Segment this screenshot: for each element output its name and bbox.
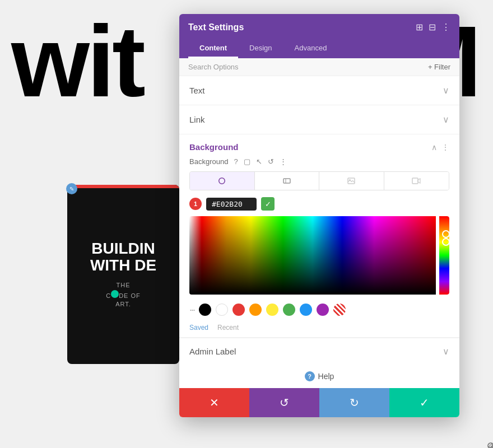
bg-control-label: Background	[189, 157, 228, 166]
panel-header: Text Settings ⊞ ⊟ ⋮ Content Design Advan…	[179, 14, 459, 58]
cancel-button[interactable]: ✕	[179, 388, 249, 417]
bg-type-gradient[interactable]	[255, 172, 320, 190]
background-title: Background	[189, 142, 239, 152]
color-hex-input[interactable]	[206, 198, 257, 211]
resize-handle[interactable]	[482, 437, 493, 448]
panel-title: Text Settings	[188, 22, 244, 32]
hue-cursor-2[interactable]	[442, 238, 449, 246]
background-type-tabs	[189, 171, 449, 190]
color-swatches: ···	[179, 301, 459, 323]
text-chevron-icon: ∨	[443, 85, 449, 96]
svg-point-5	[487, 442, 493, 448]
panel-title-row: Text Settings ⊞ ⊟ ⋮	[188, 22, 450, 32]
text-section[interactable]: Text ∨	[179, 76, 459, 105]
swatch-yellow[interactable]	[266, 304, 278, 316]
help-row: ? Help	[179, 365, 459, 388]
admin-label-row[interactable]: Admin Label ∨	[179, 338, 459, 365]
swatch-striped[interactable]	[333, 304, 346, 316]
panel-header-icons: ⊞ ⊟ ⋮	[416, 22, 450, 32]
bg-card-bar	[67, 185, 179, 188]
tab-advanced[interactable]: Advanced	[283, 39, 338, 58]
background-controls: Background ? ▢ ↖ ↺ ⋮	[179, 157, 459, 171]
save-button[interactable]: ✓	[389, 388, 459, 417]
text-settings-panel: Text Settings ⊞ ⊟ ⋮ Content Design Advan…	[179, 14, 459, 417]
bg-type-image[interactable]	[319, 172, 384, 190]
swatch-purple[interactable]	[317, 304, 329, 316]
search-bar: Search Options + Filter	[179, 58, 459, 76]
bg-help-icon[interactable]: ?	[234, 157, 238, 166]
swatch-green[interactable]	[283, 304, 295, 316]
bg-card: BUILDINWITH DE THECDE OFART.	[67, 185, 179, 364]
bg-square-icon[interactable]: ▢	[244, 157, 250, 166]
background-section-icons: ∧ ⋮	[431, 143, 449, 152]
bg-reset-icon[interactable]: ↺	[268, 157, 274, 166]
swatch-recent-tab[interactable]: Recent	[217, 324, 239, 332]
background-collapse-icon[interactable]: ∧	[431, 143, 437, 152]
swatch-tabs: Saved Recent	[179, 323, 459, 337]
swatch-orange[interactable]	[249, 304, 262, 316]
color-picker-hue-bar[interactable]	[439, 216, 449, 295]
background-section: Background ∧ ⋮ Background ? ▢ ↖ ↺ ⋮	[179, 134, 459, 338]
bg-type-color[interactable]	[190, 172, 255, 190]
action-bar: ✕ ↺ ↻ ✓	[179, 388, 459, 417]
link-section[interactable]: Link ∨	[179, 105, 459, 134]
panel-expand-icon[interactable]: ⊞	[416, 22, 423, 32]
tab-design[interactable]: Design	[238, 39, 283, 58]
bg-options-icon[interactable]: ⋮	[280, 157, 287, 166]
panel-tabs: Content Design Advanced	[188, 39, 450, 58]
color-hex-confirm[interactable]: ✓	[261, 197, 275, 211]
text-label: Text	[189, 86, 205, 95]
color-picker-gradient	[189, 216, 436, 295]
panel-split-icon[interactable]: ⊟	[429, 22, 436, 32]
search-options-label: Search Options	[188, 63, 239, 71]
link-label: Link	[189, 115, 205, 124]
bg-type-video[interactable]	[384, 172, 449, 190]
hue-cursor-1[interactable]	[442, 230, 449, 238]
color-hex-row: 1 ✓	[189, 197, 449, 211]
panel-menu-icon[interactable]: ⋮	[441, 22, 450, 32]
color-picker-area[interactable]	[189, 216, 449, 295]
swatch-more-icon[interactable]: ···	[189, 304, 194, 316]
admin-chevron-icon: ∨	[443, 346, 449, 357]
redo-button[interactable]: ↻	[319, 388, 389, 417]
bg-card-subtitle: THECDE OFART.	[106, 281, 141, 309]
bg-cursor-icon[interactable]: ↖	[256, 157, 262, 166]
swatch-black[interactable]	[199, 304, 211, 316]
help-text: Help	[318, 372, 334, 381]
svg-rect-0	[283, 179, 290, 183]
swatch-white[interactable]	[216, 304, 228, 316]
help-icon[interactable]: ?	[305, 371, 315, 381]
swatch-blue[interactable]	[300, 304, 312, 316]
background-more-icon[interactable]: ⋮	[441, 143, 449, 152]
filter-button[interactable]: + Filter	[428, 63, 450, 71]
link-chevron-icon: ∨	[443, 114, 449, 125]
edit-icon[interactable]: ✎	[66, 183, 77, 194]
swatch-saved-tab[interactable]: Saved	[189, 324, 208, 332]
tab-content[interactable]: Content	[188, 39, 238, 58]
admin-label: Admin Label	[189, 347, 236, 356]
undo-button[interactable]: ↺	[249, 388, 319, 417]
background-section-header: Background ∧ ⋮	[179, 134, 459, 157]
svg-rect-4	[412, 178, 418, 184]
swatch-red[interactable]	[232, 304, 245, 316]
color-badge: 1	[189, 198, 202, 210]
bg-card-title: BUILDINWITH DE	[90, 240, 156, 275]
bg-text-wit: wit	[11, 11, 143, 112]
